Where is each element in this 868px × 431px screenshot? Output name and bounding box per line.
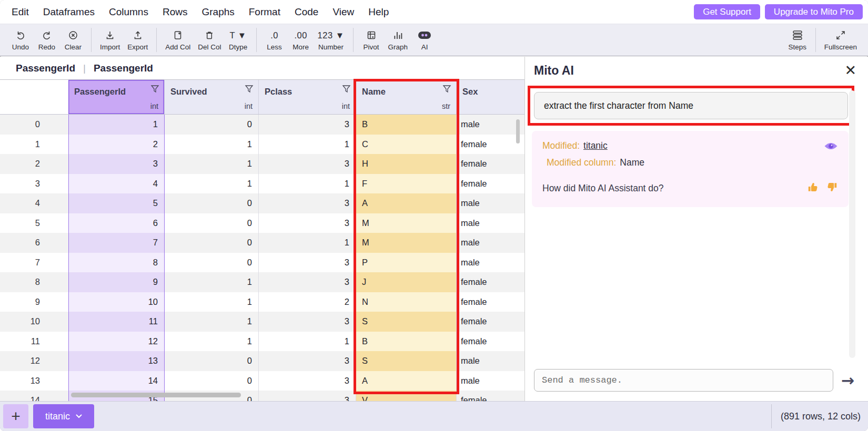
menu-code[interactable]: Code (295, 6, 318, 18)
number-format-button[interactable]: 123 ▼ Number (314, 25, 348, 55)
row-index-cell[interactable]: 1 (0, 135, 68, 155)
column-header-passengerid[interactable]: PassengerId int (68, 80, 165, 114)
table-cell[interactable]: male (457, 193, 524, 213)
ai-panel-scrollbar[interactable] (849, 90, 855, 358)
row-index-cell[interactable]: 0 (0, 115, 68, 135)
get-support-button[interactable]: Get Support (694, 4, 760, 19)
row-index-cell[interactable]: 12 (0, 351, 68, 371)
table-cell[interactable]: 0 (165, 351, 259, 371)
table-cell[interactable]: V (356, 391, 457, 401)
ai-prompt-input[interactable]: extract the first character from Name (534, 92, 848, 119)
menu-help[interactable]: Help (368, 6, 389, 18)
column-header-pclass[interactable]: Pclass int (259, 80, 356, 114)
row-index-cell[interactable]: 3 (0, 174, 68, 194)
table-cell[interactable]: 4 (68, 174, 165, 194)
filter-icon[interactable] (245, 85, 254, 95)
column-header-name[interactable]: Name str (356, 80, 457, 114)
table-cell[interactable]: 3 (259, 351, 356, 371)
row-index-cell[interactable]: 5 (0, 213, 68, 233)
table-cell[interactable]: 14 (68, 371, 165, 391)
graph-button[interactable]: Graph (385, 25, 412, 55)
clear-button[interactable]: Clear (60, 25, 86, 55)
table-cell[interactable]: 3 (259, 213, 356, 233)
sheet-tab-titanic[interactable]: titanic (33, 404, 94, 428)
table-cell[interactable]: H (356, 154, 457, 174)
menu-columns[interactable]: Columns (109, 6, 148, 18)
table-cell[interactable]: 1 (259, 174, 356, 194)
less-decimals-button[interactable]: .0 Less (261, 25, 288, 55)
table-cell[interactable]: S (356, 351, 457, 371)
add-sheet-button[interactable]: + (3, 404, 28, 428)
table-cell[interactable]: F (356, 174, 457, 194)
upgrade-to-pro-button[interactable]: Upgrade to Mito Pro (765, 4, 863, 19)
dtype-button[interactable]: T ▼ Dtype (225, 25, 251, 55)
table-cell[interactable]: A (356, 193, 457, 213)
table-cell[interactable]: female (457, 332, 524, 352)
menu-edit[interactable]: Edit (12, 6, 29, 18)
eye-icon[interactable] (824, 141, 838, 151)
menu-graphs[interactable]: Graphs (201, 6, 234, 18)
send-message-button[interactable]: → (841, 373, 854, 388)
table-cell[interactable]: B (356, 332, 457, 352)
menu-format[interactable]: Format (249, 6, 280, 18)
table-cell[interactable]: 3 (259, 312, 356, 332)
table-cell[interactable]: 3 (259, 371, 356, 391)
menu-dataframes[interactable]: Dataframes (43, 6, 95, 18)
export-button[interactable]: Export (124, 25, 152, 55)
table-cell[interactable]: 1 (165, 292, 259, 312)
table-cell[interactable]: 1 (165, 154, 259, 174)
table-cell[interactable]: 5 (68, 193, 165, 213)
horizontal-scrollbar[interactable] (71, 393, 241, 397)
import-button[interactable]: Import (96, 25, 124, 55)
table-cell[interactable]: 3 (259, 115, 356, 135)
table-cell[interactable]: 0 (165, 213, 259, 233)
thumbs-up-icon[interactable] (807, 181, 819, 196)
table-cell[interactable]: 1 (165, 312, 259, 332)
vertical-scrollbar[interactable] (516, 119, 520, 143)
filter-icon[interactable] (442, 85, 451, 95)
more-decimals-button[interactable]: .00 More (288, 25, 314, 55)
table-cell[interactable]: 1 (165, 135, 259, 155)
table-cell[interactable]: N (356, 292, 457, 312)
row-index-cell[interactable]: 13 (0, 371, 68, 391)
table-cell[interactable]: 0 (165, 193, 259, 213)
table-cell[interactable]: 7 (68, 233, 165, 253)
table-cell[interactable]: 3 (259, 154, 356, 174)
table-cell[interactable]: P (356, 253, 457, 273)
table-cell[interactable]: male (457, 351, 524, 371)
table-cell[interactable]: 1 (259, 332, 356, 352)
table-cell[interactable]: 0 (165, 253, 259, 273)
menu-rows[interactable]: Rows (163, 6, 188, 18)
fullscreen-button[interactable]: Fullscreen (821, 25, 861, 55)
add-column-button[interactable]: Add Col (162, 25, 194, 55)
table-cell[interactable]: 8 (68, 253, 165, 273)
table-cell[interactable]: 2 (68, 135, 165, 155)
table-cell[interactable]: 3 (259, 391, 356, 401)
table-cell[interactable]: 11 (68, 312, 165, 332)
table-cell[interactable]: male (457, 253, 524, 273)
row-index-cell[interactable]: 7 (0, 253, 68, 273)
ai-button[interactable]: AI (411, 25, 438, 55)
formula-bar[interactable]: PassengerId | PassengerId (0, 57, 524, 80)
table-cell[interactable]: 0 (165, 115, 259, 135)
table-cell[interactable]: female (457, 312, 524, 332)
table-cell[interactable]: C (356, 135, 457, 155)
row-index-cell[interactable]: 6 (0, 233, 68, 253)
table-cell[interactable]: 13 (68, 351, 165, 371)
table-cell[interactable]: B (356, 115, 457, 135)
row-index-cell[interactable]: 4 (0, 193, 68, 213)
steps-button[interactable]: Steps (784, 25, 811, 55)
table-cell[interactable]: 6 (68, 213, 165, 233)
modified-dataframe-link[interactable]: titanic (583, 140, 608, 151)
send-message-input[interactable] (534, 369, 833, 392)
row-index-cell[interactable]: 2 (0, 154, 68, 174)
table-cell[interactable]: 9 (68, 272, 165, 292)
table-cell[interactable]: 2 (259, 292, 356, 312)
table-cell[interactable]: 3 (259, 253, 356, 273)
table-cell[interactable]: M (356, 213, 457, 233)
table-cell[interactable]: 1 (259, 135, 356, 155)
row-index-cell[interactable]: 9 (0, 292, 68, 312)
table-cell[interactable]: A (356, 371, 457, 391)
table-cell[interactable]: 0 (165, 371, 259, 391)
table-cell[interactable]: 1 (165, 332, 259, 352)
